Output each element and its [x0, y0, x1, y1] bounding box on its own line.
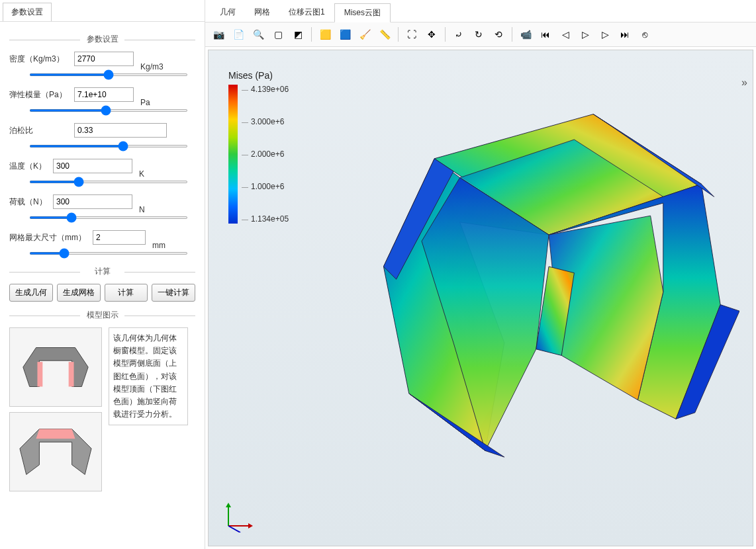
svg-marker-19 — [248, 523, 253, 528]
label-load: 荷载（N） — [9, 196, 49, 208]
view-tabs: 几何网格位移云图1Mises云图 — [205, 0, 756, 22]
legend-tick-2: 2.000e+6 — [242, 149, 289, 159]
select-box-icon[interactable]: ▢ — [269, 25, 287, 44]
thumb-top — [9, 327, 102, 407]
svg-marker-0 — [23, 348, 88, 387]
brush-icon[interactable]: 🧹 — [355, 25, 374, 44]
tab-params[interactable]: 参数设置 — [3, 3, 52, 21]
label-density: 密度（Kg/m3） — [9, 54, 70, 65]
zoom-area-icon[interactable]: ⛶ — [402, 25, 421, 44]
rotate-xy-icon[interactable]: ⤾ — [449, 25, 468, 44]
svg-rect-2 — [69, 362, 74, 386]
model-render — [295, 63, 739, 532]
camera-icon[interactable]: 📷 — [209, 25, 228, 44]
btn-calc[interactable]: 计算 — [105, 284, 148, 302]
slider-poisson[interactable] — [29, 145, 188, 148]
legend: Mises (Pa) 4.139e+063.000e+62.000e+61.00… — [228, 70, 289, 224]
svg-rect-1 — [37, 362, 42, 386]
view-tab-1[interactable]: 网格 — [245, 3, 279, 21]
rotate-wire-icon[interactable]: ⟲ — [489, 25, 508, 44]
step-fwd-icon[interactable]: ▷ — [596, 25, 614, 44]
viewport[interactable]: Mises (Pa) 4.139e+063.000e+62.000e+61.00… — [208, 50, 753, 546]
fieldset-params: 参数设置 密度（Kg/m3） Kg/m3 弹性模量（Pa） Pa 泊松比 — [9, 34, 195, 257]
step-back-icon[interactable]: ◁ — [556, 25, 575, 44]
slider-elastic[interactable] — [29, 109, 188, 112]
view-tab-0[interactable]: 几何 — [211, 3, 245, 21]
view-tab-3[interactable]: Mises云图 — [334, 3, 391, 22]
svg-line-20 — [228, 526, 240, 532]
axis-triad-icon — [222, 499, 255, 532]
section-title-params: 参数设置 — [9, 34, 195, 45]
export-icon[interactable]: 📄 — [229, 25, 248, 44]
input-poisson[interactable] — [74, 123, 167, 138]
row-load: 荷载（N） N — [9, 194, 195, 209]
row-poisson: 泊松比 — [9, 123, 195, 138]
legend-ticks: 4.139e+063.000e+62.000e+61.000e+61.134e+… — [242, 85, 289, 224]
input-temp[interactable] — [53, 159, 132, 173]
section-title-calc: 计算 — [9, 266, 195, 277]
export-anim-icon[interactable]: ⎋ — [636, 25, 654, 44]
select-poly-icon[interactable]: ◩ — [289, 25, 307, 44]
btn-gen-geom[interactable]: 生成几何 — [9, 284, 53, 302]
legend-title: Mises (Pa) — [228, 70, 289, 81]
legend-tick-0: 4.139e+06 — [242, 85, 289, 94]
fieldset-calc: 计算 生成几何 生成网格 计算 一键计算 — [9, 266, 195, 302]
row-density: 密度（Kg/m3） Kg/m3 — [9, 52, 195, 66]
rotate-loop-icon[interactable]: ↻ — [469, 25, 488, 44]
btn-onekey[interactable]: 一键计算 — [152, 284, 195, 302]
measure-icon[interactable]: 📏 — [375, 25, 394, 44]
slider-mesh[interactable] — [29, 252, 188, 255]
box-wire-icon[interactable]: 🟦 — [336, 25, 354, 44]
unit-elastic: Pa — [140, 98, 150, 107]
label-mesh: 网格最大尺寸（mm） — [9, 232, 89, 243]
unit-mesh: mm — [152, 241, 165, 250]
unit-density: Kg/m3 — [140, 62, 164, 71]
view-tab-2[interactable]: 位移云图1 — [279, 3, 334, 21]
input-density[interactable] — [74, 52, 134, 66]
section-title-model: 模型图示 — [9, 310, 195, 321]
toolbar-separator — [311, 27, 312, 42]
row-temp: 温度（K） K — [9, 159, 195, 173]
svg-marker-17 — [226, 503, 231, 507]
svg-marker-4 — [36, 429, 75, 439]
row-elastic: 弹性模量（Pa） Pa — [9, 87, 195, 102]
box-visible-icon[interactable]: 🟨 — [316, 25, 334, 44]
toolbar-overflow-icon[interactable]: » — [741, 77, 747, 89]
toolbar-separator — [512, 27, 512, 42]
skip-last-icon[interactable]: ⏭ — [616, 25, 634, 44]
legend-tick-3: 1.000e+6 — [242, 182, 289, 191]
left-tab-header: 参数设置 — [0, 0, 205, 22]
unit-load: N — [139, 205, 145, 214]
legend-tick-4: 1.134e+05 — [242, 214, 289, 224]
toolbar-separator — [398, 27, 399, 42]
label-elastic: 弹性模量（Pa） — [9, 89, 70, 101]
legend-colorbar — [228, 85, 238, 224]
label-temp: 温度（K） — [9, 161, 49, 172]
slider-density[interactable] — [29, 73, 188, 76]
fieldset-model: 模型图示 — [9, 310, 195, 491]
legend-tick-1: 3.000e+6 — [242, 117, 289, 126]
zoom-fit-icon[interactable]: 🔍 — [249, 25, 267, 44]
input-elastic[interactable] — [74, 87, 134, 102]
play-icon[interactable]: ▷ — [576, 25, 594, 44]
cam-record-icon[interactable]: 📹 — [516, 25, 535, 44]
pan-center-icon[interactable]: ✥ — [422, 25, 441, 44]
input-mesh[interactable] — [93, 230, 146, 245]
unit-temp: K — [139, 169, 144, 179]
row-mesh: 网格最大尺寸（mm） mm — [9, 230, 195, 245]
slider-load[interactable] — [29, 216, 188, 219]
input-load[interactable] — [53, 194, 132, 209]
toolbar-separator — [445, 27, 446, 42]
btn-gen-mesh[interactable]: 生成网格 — [57, 284, 101, 302]
slider-temp[interactable] — [29, 181, 188, 183]
label-poisson: 泊松比 — [9, 125, 70, 136]
skip-first-icon[interactable]: ⏮ — [536, 25, 555, 44]
model-description: 该几何体为几何体橱窗模型。固定该模型两侧底面（上图红色面），对该模型顶面（下图红… — [109, 327, 188, 425]
thumb-bottom — [9, 412, 102, 491]
toolbar: 📷📄🔍▢◩🟨🟦🧹📏⛶✥⤾↻⟲📹⏮◁▷▷⏭⎋ — [205, 22, 756, 47]
